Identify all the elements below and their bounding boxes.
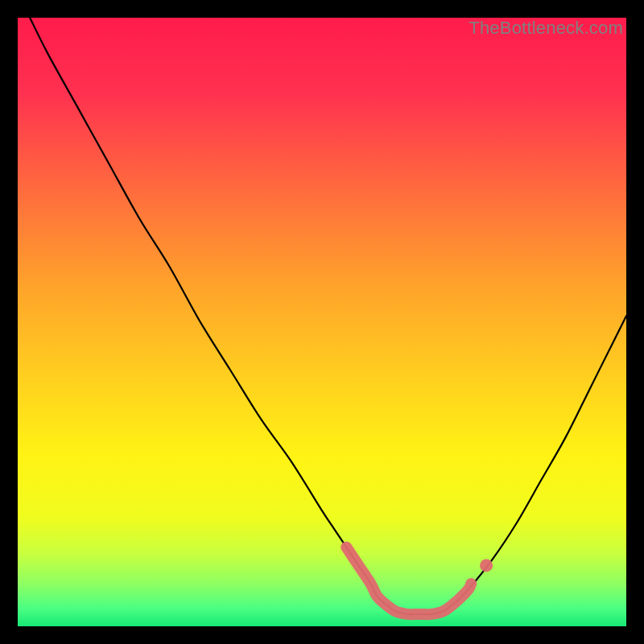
watermark-text: TheBottleneck.com [469,18,623,39]
gradient-background [18,18,626,626]
optimal-point-dot [480,559,493,572]
chart-frame: TheBottleneck.com [18,18,626,626]
bottleneck-chart [18,18,626,626]
